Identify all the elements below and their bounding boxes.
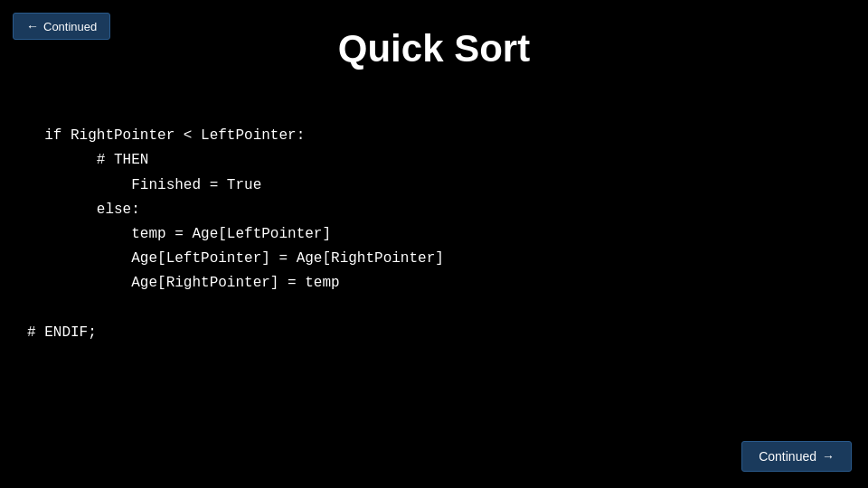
code-line-4: else: — [27, 202, 140, 218]
code-block: if RightPointer < LeftPointer: # THEN Fi… — [27, 99, 444, 345]
code-line-1: if RightPointer < LeftPointer: — [44, 127, 305, 144]
code-line-2: # THEN — [27, 152, 148, 168]
back-button[interactable]: ← Continued — [13, 13, 110, 40]
continued-button-label: Continued — [759, 449, 816, 464]
page-title: Quick Sort — [0, 0, 868, 70]
arrow-right-icon: → — [822, 449, 835, 464]
arrow-left-icon: ← — [26, 19, 39, 33]
code-line-5: temp = Age[LeftPointer] — [27, 226, 331, 242]
code-line-6: Age[LeftPointer] = Age[RightPointer] — [27, 250, 444, 267]
code-line-8: # ENDIF; — [27, 324, 97, 341]
code-line-3: Finished = True — [27, 177, 261, 193]
code-line-7: Age[RightPointer] = temp — [27, 275, 340, 291]
continued-button[interactable]: Continued → — [741, 441, 852, 472]
back-button-label: Continued — [43, 20, 97, 33]
